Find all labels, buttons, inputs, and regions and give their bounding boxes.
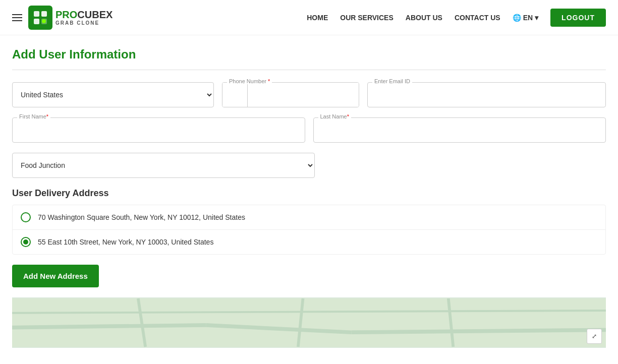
logo-text: PROCUBEX GRAB CLONE	[55, 9, 113, 26]
map-area: ⤢	[12, 297, 606, 348]
phone-label: Phone Number *	[227, 78, 272, 84]
logo-sub: GRAB CLONE	[55, 20, 113, 26]
form-row-1: United States Canada United Kingdom Aust…	[12, 82, 606, 107]
address-radio-2[interactable]	[21, 237, 31, 247]
last-name-label: Last Name*	[318, 113, 351, 119]
svg-rect-0	[31, 9, 49, 27]
address-item-2[interactable]: 55 East 10th Street, New York, NY 10003,…	[13, 230, 605, 254]
hamburger-menu[interactable]	[12, 14, 22, 21]
add-address-button[interactable]: Add New Address	[12, 265, 99, 287]
address-text-2: 55 East 10th Street, New York, NY 10003,…	[38, 238, 213, 246]
header-left: PROCUBEX GRAB CLONE	[12, 6, 113, 30]
first-name-field-group: First Name* Emma	[12, 117, 305, 143]
country-select[interactable]: United States Canada United Kingdom Aust…	[12, 82, 214, 107]
svg-line-7	[12, 325, 206, 328]
page-title: Add User Information	[12, 47, 606, 62]
main-content: Add User Information United States Canad…	[0, 35, 618, 360]
svg-rect-6	[12, 298, 606, 347]
restaurant-field-group: Food Junction Burger Palace Pizza House	[12, 153, 315, 178]
email-field-group: Enter Email ID emma_brown@demo.com	[367, 82, 606, 107]
nav-about[interactable]: ABOUT US	[406, 14, 442, 22]
logout-button[interactable]: LOGOUT	[550, 9, 606, 27]
language-selector[interactable]: 🌐 EN ▾	[513, 14, 538, 22]
map-expand-button[interactable]: ⤢	[587, 329, 602, 344]
country-field-group: United States Canada United Kingdom Aust…	[12, 82, 214, 107]
svg-line-9	[352, 330, 606, 332]
email-input[interactable]: emma_brown@demo.com	[367, 82, 606, 107]
logo: PROCUBEX GRAB CLONE	[28, 6, 113, 30]
nav-contact[interactable]: CONTACT US	[455, 14, 500, 22]
expand-icon: ⤢	[592, 333, 597, 340]
logo-icon	[28, 6, 52, 30]
form-row-2: First Name* Emma Last Name* Brown	[12, 117, 606, 143]
svg-rect-1	[34, 11, 39, 17]
nav-services[interactable]: OUR SERVICES	[340, 14, 394, 22]
phone-field-group: Phone Number * 1 2586543578	[222, 82, 359, 107]
svg-point-5	[42, 19, 46, 23]
svg-rect-3	[34, 19, 39, 24]
main-nav: HOME OUR SERVICES ABOUT US CONTACT US 🌐 …	[307, 9, 606, 27]
delivery-section-title: User Delivery Address	[12, 188, 606, 199]
logo-name: PROCUBEX	[55, 9, 113, 20]
address-item-1[interactable]: 70 Washington Square South, New York, NY…	[13, 205, 605, 230]
address-radio-1[interactable]	[21, 212, 31, 222]
address-list: 70 Washington Square South, New York, NY…	[12, 205, 606, 255]
nav-home[interactable]: HOME	[307, 14, 328, 22]
phone-group: 1 2586543578	[222, 82, 359, 107]
globe-icon: 🌐	[513, 14, 521, 22]
lang-label: EN	[523, 14, 533, 22]
last-name-input[interactable]: Brown	[313, 117, 606, 143]
phone-prefix-input[interactable]: 1	[222, 83, 248, 107]
email-label: Enter Email ID	[372, 78, 412, 84]
form-row-3: Food Junction Burger Palace Pizza House	[12, 153, 606, 178]
phone-number-input[interactable]: 2586543578	[248, 83, 359, 107]
chevron-down-icon: ▾	[535, 14, 538, 22]
first-name-label: First Name*	[17, 113, 50, 119]
svg-rect-2	[41, 11, 47, 17]
restaurant-select[interactable]: Food Junction Burger Palace Pizza House	[12, 153, 315, 178]
header: PROCUBEX GRAB CLONE HOME OUR SERVICES AB…	[0, 0, 618, 35]
divider	[12, 70, 606, 70]
last-name-field-group: Last Name* Brown	[313, 117, 606, 143]
address-text-1: 70 Washington Square South, New York, NY…	[38, 213, 245, 221]
first-name-input[interactable]: Emma	[12, 117, 305, 143]
